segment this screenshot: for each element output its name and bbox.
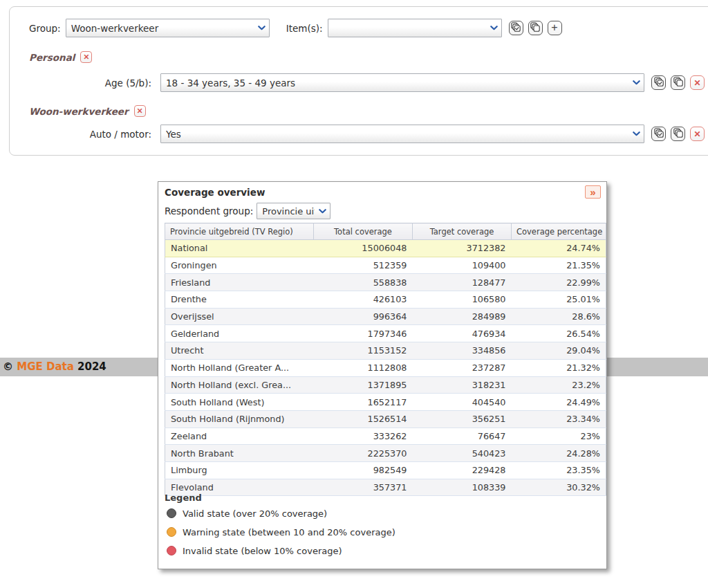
auto-motor-select-value: Yes (166, 129, 628, 140)
table-row[interactable]: North Holland (excl. Grea... 1371895 318… (165, 376, 606, 394)
status-dot-icon (167, 527, 176, 537)
copy-icon (673, 77, 683, 89)
region-cell: Utrecht (165, 342, 314, 360)
target-coverage-cell: 108339 (413, 479, 512, 496)
age-label: Age (5/b): (51, 77, 151, 89)
table-row[interactable]: Zeeland 333262 76647 23% (165, 428, 606, 445)
target-coverage-cell: 476934 (413, 325, 512, 342)
total-coverage-cell: 1797346 (314, 325, 413, 342)
remove-personal-section-button[interactable]: ✕ (80, 51, 92, 63)
panel-title: Coverage overview (165, 187, 265, 198)
total-coverage-cell: 1652117 (314, 394, 413, 411)
copy-check-button[interactable] (509, 21, 523, 35)
region-cell: Overijssel (165, 308, 314, 325)
remove-age-filter-button[interactable]: ✕ (690, 75, 705, 90)
coverage-percentage-cell: 23.2% (512, 376, 606, 394)
target-coverage-cell: 106580 (413, 291, 512, 309)
chevron-down-icon (633, 80, 640, 85)
items-select[interactable] (328, 19, 502, 37)
copy-check-icon (654, 77, 664, 89)
section-title-personal: Personal (29, 52, 75, 63)
target-coverage-cell: 404540 (413, 394, 512, 411)
group-select-value: Woon-werkverkeer (71, 23, 254, 34)
coverage-percentage-cell: 23.35% (512, 461, 606, 479)
column-header-target-coverage[interactable]: Target coverage (413, 223, 512, 240)
status-dot-icon (167, 546, 176, 555)
table-row[interactable]: Friesland 558838 128477 22.99% (165, 274, 606, 291)
table-row[interactable]: South Holland (Rijnmond) 1526514 356251 … (165, 410, 606, 428)
group-label: Group: (29, 23, 61, 34)
coverage-percentage-cell: 26.54% (512, 325, 606, 342)
legend-item-label: Warning state (between 10 and 20% covera… (183, 527, 395, 538)
total-coverage-cell: 333262 (314, 428, 413, 445)
table-row[interactable]: Groningen 512359 109400 21.35% (165, 257, 606, 274)
total-coverage-cell: 996364 (314, 308, 413, 325)
items-label: Item(s): (286, 23, 323, 34)
copy-button[interactable] (671, 127, 685, 141)
respondent-group-select[interactable]: Provincie uitgeb (257, 203, 330, 219)
total-coverage-cell: 357371 (314, 479, 413, 496)
table-row[interactable]: Flevoland 357371 108339 30.32% (165, 479, 606, 496)
legend-item: Warning state (between 10 and 20% covera… (167, 526, 395, 538)
target-coverage-cell: 284989 (413, 308, 512, 325)
respondent-group-value: Provincie uitgeb (262, 206, 315, 217)
plus-icon: + (551, 22, 557, 33)
region-cell: Drenthe (165, 291, 314, 309)
auto-motor-label: Auto / motor: (51, 129, 151, 140)
column-header-total-coverage[interactable]: Total coverage (314, 223, 413, 240)
copy-check-icon (654, 128, 664, 140)
add-item-button[interactable]: + (548, 21, 562, 35)
remove-woon-werkverkeer-section-button[interactable]: ✕ (134, 105, 146, 117)
auto-motor-select[interactable]: Yes (160, 125, 644, 143)
legend-title: Legend (165, 493, 202, 503)
total-coverage-cell: 512359 (314, 257, 413, 274)
coverage-percentage-cell: 24.74% (512, 240, 606, 257)
copy-check-button[interactable] (651, 127, 666, 141)
target-coverage-cell: 229428 (413, 461, 512, 479)
section-title-woon-werkverkeer: Woon-werkverkeer (29, 106, 129, 117)
column-header-coverage-percentage[interactable]: Coverage percentage (512, 223, 606, 240)
chevron-down-icon (633, 131, 640, 136)
region-cell: North Holland (Greater A... (165, 359, 314, 376)
table-row[interactable]: South Holland (West) 1652117 404540 24.4… (165, 394, 606, 411)
total-coverage-cell: 1153152 (314, 342, 413, 360)
table-row[interactable]: Overijssel 996364 284989 28.6% (165, 308, 606, 325)
target-coverage-cell: 109400 (413, 257, 512, 274)
column-header-region[interactable]: Provincie uitgebreid (TV Regio) (165, 223, 314, 240)
copy-check-icon (511, 22, 521, 34)
table-row[interactable]: Limburg 982549 229428 23.35% (165, 461, 606, 479)
coverage-percentage-cell: 23% (512, 428, 606, 445)
region-cell: Limburg (165, 461, 314, 479)
copy-icon (673, 128, 683, 140)
coverage-percentage-cell: 23.34% (512, 410, 606, 428)
remove-auto-motor-filter-button[interactable]: ✕ (690, 127, 705, 141)
region-cell: Groningen (165, 257, 314, 274)
region-cell: National (165, 240, 314, 257)
table-row[interactable]: North Brabant 2225370 540423 24.28% (165, 445, 606, 462)
region-cell: Friesland (165, 274, 314, 291)
group-select[interactable]: Woon-werkverkeer (66, 19, 270, 37)
copy-button[interactable] (528, 21, 543, 35)
table-row[interactable]: North Holland (Greater A... 1112808 2372… (165, 359, 606, 376)
copyright-text: © MGE Data 2024 (3, 358, 106, 376)
copy-check-button[interactable] (651, 75, 666, 90)
table-row[interactable]: National 15006048 3712382 24.74% (165, 240, 606, 257)
legend-item-label: Valid state (over 20% coverage) (183, 508, 327, 519)
coverage-percentage-cell: 21.35% (512, 257, 606, 274)
copy-button[interactable] (671, 75, 685, 90)
coverage-percentage-cell: 21.32% (512, 359, 606, 376)
total-coverage-cell: 2225370 (314, 445, 413, 462)
region-cell: South Holland (West) (165, 394, 314, 411)
region-cell: North Brabant (165, 445, 314, 462)
table-row[interactable]: Gelderland 1797346 476934 26.54% (165, 325, 606, 342)
table-row[interactable]: Drenthe 426103 106580 25.01% (165, 291, 606, 309)
region-cell: South Holland (Rijnmond) (165, 410, 314, 428)
expand-panel-button[interactable]: » (585, 185, 601, 199)
target-coverage-cell: 76647 (413, 428, 512, 445)
total-coverage-cell: 1526514 (314, 410, 413, 428)
table-row[interactable]: Utrecht 1153152 334856 29.04% (165, 342, 606, 360)
age-select[interactable]: 18 - 34 years, 35 - 49 years (160, 73, 644, 92)
legend-item: Invalid state (below 10% coverage) (167, 544, 342, 557)
region-cell: Gelderland (165, 325, 314, 342)
target-coverage-cell: 128477 (413, 274, 512, 291)
